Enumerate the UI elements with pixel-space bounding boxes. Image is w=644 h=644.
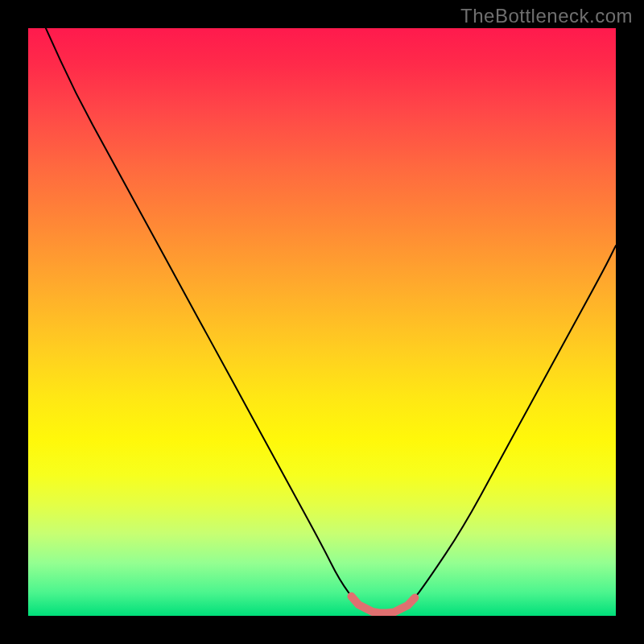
floor-highlight-line xyxy=(352,597,415,613)
plot-area xyxy=(28,28,616,616)
watermark-text: TheBottleneck.com xyxy=(460,5,633,27)
curve-svg xyxy=(28,28,616,616)
bottleneck-curve-line xyxy=(46,28,616,613)
chart-frame: TheBottleneck.com xyxy=(0,0,644,644)
